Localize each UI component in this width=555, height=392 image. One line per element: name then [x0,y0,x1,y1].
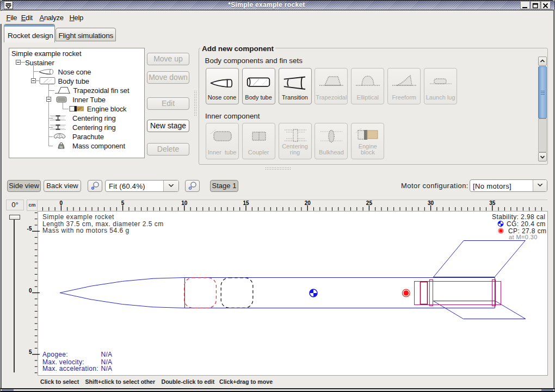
svg-text:25: 25 [366,200,373,206]
svg-text:0: 0 [29,288,32,294]
svg-text:30: 30 [428,200,434,206]
svg-text:10: 10 [181,200,188,206]
svg-text:5: 5 [121,200,125,206]
svg-text:5: 5 [29,349,32,355]
svg-text:-5: -5 [27,226,32,232]
svg-text:20: 20 [305,200,311,206]
svg-text:kg: kg [60,146,63,148]
svg-text:35: 35 [489,200,496,206]
svg-text:15: 15 [243,200,249,206]
svg-text:0: 0 [60,200,63,206]
